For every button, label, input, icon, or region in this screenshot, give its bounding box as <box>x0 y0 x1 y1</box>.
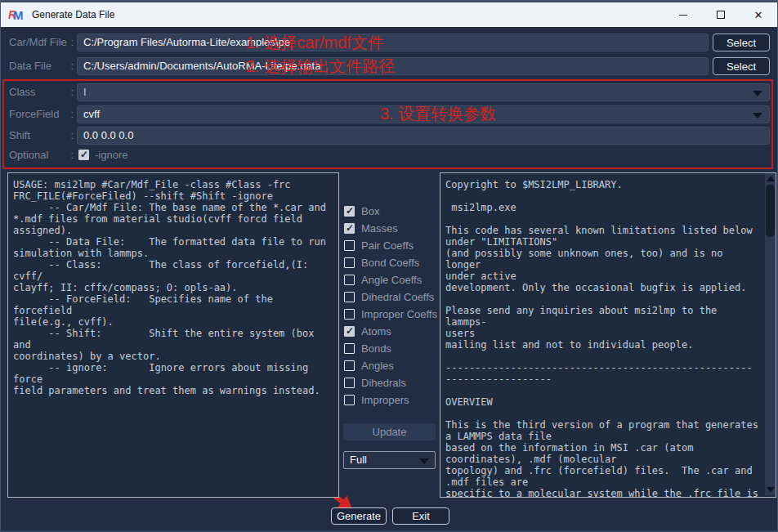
class-combobox[interactable]: I <box>77 83 770 101</box>
car-mdf-select-button[interactable]: Select <box>713 34 770 51</box>
data-file-select-button[interactable]: Select <box>713 57 770 75</box>
maximize-icon <box>717 11 725 19</box>
car-mdf-file-input[interactable]: C:/Program Files/Autorma-Lite/examples\p… <box>77 34 709 51</box>
impropers-checkbox[interactable] <box>344 395 355 405</box>
data-file-input[interactable]: C:/Users/admin/Documents/AutoRMA-Lite/pe… <box>77 57 709 75</box>
mode-combobox[interactable]: Full <box>343 451 436 469</box>
class-label: Class: <box>9 86 74 98</box>
option-label: Masses <box>361 222 398 235</box>
scroll-down-icon[interactable] <box>767 487 775 493</box>
forcefield-label: ForceField: <box>9 108 74 120</box>
close-button[interactable]: ✕ <box>740 2 777 27</box>
label-colon: : <box>70 129 74 141</box>
exit-button[interactable]: Exit <box>392 507 449 525</box>
label-colon: : <box>70 36 74 48</box>
data-file-label: Data File: <box>9 60 74 72</box>
generate-button[interactable]: Generate <box>331 507 387 525</box>
ignore-option: -ignore <box>78 149 127 161</box>
label-colon: : <box>70 108 74 120</box>
forcefield-value: cvff <box>83 108 100 120</box>
improper-coeffs-checkbox[interactable] <box>344 309 355 320</box>
option-label: Angle Coeffs <box>361 274 422 286</box>
box-checkbox[interactable] <box>344 206 355 217</box>
optional-label: Optional: <box>9 149 74 161</box>
forcefield-combobox[interactable]: cvff <box>77 105 770 123</box>
bond-coeffs-checkbox[interactable] <box>344 257 355 268</box>
shift-label: Shift: <box>9 129 74 141</box>
option-label: Impropers <box>361 394 409 406</box>
app-logo-icon: R M <box>8 7 25 22</box>
title-bar: R M Generate Data File ✕ <box>1 1 777 27</box>
option-label: Atoms <box>361 325 391 338</box>
angles-checkbox[interactable] <box>344 360 355 371</box>
mode-value: Full <box>350 454 367 466</box>
shift-input[interactable]: 0.0 0.0 0.0 <box>77 127 770 145</box>
dihedral-coeffs-checkbox[interactable] <box>344 292 355 302</box>
masses-checkbox[interactable] <box>344 223 355 234</box>
option-improper-coeffs[interactable]: Improper Coeffs <box>344 308 437 320</box>
option-label: Pair Coeffs <box>361 239 414 252</box>
option-box[interactable]: Box <box>344 205 379 217</box>
option-label: Dihedral Coeffs <box>361 291 434 303</box>
sections-option-column: Box Masses Pair Coeffs Bond Coeffs Angle… <box>343 172 436 498</box>
option-dihedral-coeffs[interactable]: Dihedral Coeffs <box>344 291 434 302</box>
label-text: ForceField <box>9 108 59 120</box>
option-label: Bond Coeffs <box>361 257 419 269</box>
atoms-checkbox[interactable] <box>344 326 355 337</box>
label-text: Car/Mdf File <box>9 36 67 48</box>
option-label: Angles <box>361 360 394 372</box>
shift-row: Shift: 0.0 0.0 0.0 <box>1 127 777 145</box>
label-colon: : <box>70 86 74 98</box>
dihedrals-checkbox[interactable] <box>344 378 355 388</box>
bonds-checkbox[interactable] <box>344 343 355 354</box>
scroll-up-icon[interactable] <box>767 176 775 181</box>
chevron-down-icon <box>753 91 762 96</box>
label-text: Class <box>9 86 36 98</box>
label-text: Data File <box>9 60 51 72</box>
minimize-button[interactable] <box>664 2 702 27</box>
option-dihedrals[interactable]: Dihedrals <box>344 377 406 388</box>
option-label: Bonds <box>361 342 391 355</box>
option-bond-coeffs[interactable]: Bond Coeffs <box>344 257 419 268</box>
option-angles[interactable]: Angles <box>344 360 394 371</box>
option-label: Dihedrals <box>361 377 406 389</box>
chevron-down-icon <box>419 458 429 464</box>
scrollbar-thumb[interactable] <box>766 185 775 237</box>
forcefield-row: ForceField: cvff <box>1 105 777 123</box>
label-text: Optional <box>9 149 48 161</box>
usage-text-panel[interactable]: USAGE: msi2lmp #Car/Mdf_File -class #Cla… <box>7 172 339 498</box>
chevron-down-icon <box>753 113 762 118</box>
ignore-checkbox-label: -ignore <box>95 149 127 161</box>
generate-data-file-window: R M Generate Data File ✕ Car/Mdf File: C… <box>0 0 778 532</box>
info-panel-scrollbar[interactable] <box>765 173 776 495</box>
ignore-checkbox[interactable] <box>78 150 89 160</box>
option-label: Improper Coeffs <box>361 308 437 320</box>
option-masses[interactable]: Masses <box>344 222 398 234</box>
info-text-panel[interactable]: Copyright to $MSI2LMP_LIBRARY. msi2lmp.e… <box>440 172 776 498</box>
data-file-row: Data File: C:/Users/admin/Documents/Auto… <box>1 57 777 75</box>
minimize-icon <box>679 15 687 16</box>
label-colon: : <box>70 60 74 72</box>
class-value: I <box>83 86 87 98</box>
window-title: Generate Data File <box>32 9 114 20</box>
option-pair-coeffs[interactable]: Pair Coeffs <box>344 239 414 251</box>
svg-text:M: M <box>13 8 24 22</box>
option-atoms[interactable]: Atoms <box>344 325 391 337</box>
class-row: Class: I <box>1 83 777 101</box>
update-button[interactable]: Update <box>343 423 436 440</box>
option-impropers[interactable]: Impropers <box>344 394 409 405</box>
maximize-button[interactable] <box>702 2 740 27</box>
angle-coeffs-checkbox[interactable] <box>344 275 355 285</box>
option-bonds[interactable]: Bonds <box>344 342 391 354</box>
car-mdf-file-label: Car/Mdf File: <box>9 36 74 48</box>
close-icon: ✕ <box>754 10 763 20</box>
option-label: Box <box>361 205 379 217</box>
car-mdf-file-row: Car/Mdf File: C:/Program Files/Autorma-L… <box>1 34 777 51</box>
label-colon: : <box>70 149 74 161</box>
pair-coeffs-checkbox[interactable] <box>344 240 355 251</box>
label-text: Shift <box>9 129 30 141</box>
option-angle-coeffs[interactable]: Angle Coeffs <box>344 274 422 285</box>
